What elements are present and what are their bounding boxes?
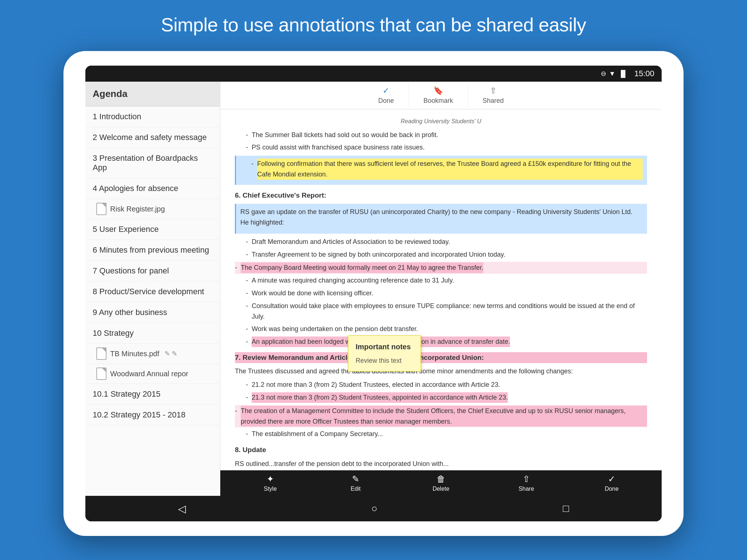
bullet-2: PS could assist with franchised space bu… xyxy=(246,142,647,153)
home-button[interactable]: ○ xyxy=(357,499,392,518)
sidebar-item-5[interactable]: 5 User Experience xyxy=(85,219,220,240)
done-button-bottom[interactable]: ✓ Done xyxy=(569,474,654,492)
style-icon: ✦ xyxy=(267,474,274,484)
s6-bullet-6: Consultation would take place with emplo… xyxy=(246,301,647,322)
highlighted-text-yellow: Following confirmation that there was su… xyxy=(257,159,643,180)
s6-bullet-3: The Company Board Meeting would formally… xyxy=(235,262,647,274)
do-not-disturb-icon: ⊖ xyxy=(601,70,606,78)
status-bar: ⊖ ▼ ▐▌ 15:00 xyxy=(85,66,662,82)
done-button[interactable]: ✓ Done xyxy=(364,83,409,108)
tooltip-title: Important notes xyxy=(356,341,413,353)
section7-title: 7. Review Memorandum and Articles of Ass… xyxy=(235,352,647,363)
nav-bar: ◁ ○ □ xyxy=(85,496,662,521)
edit-icon: ✎ xyxy=(352,474,359,484)
shared-button[interactable]: ⇧ Shared xyxy=(468,83,518,108)
s7-bullet-4: The establishment of a Company Secretary… xyxy=(246,429,647,439)
section8-text: RS outlined...transfer of the pension de… xyxy=(235,459,647,469)
edit-icons: ✎ ✎ xyxy=(165,350,177,358)
s6-bullet-4: A minute was required changing accountin… xyxy=(246,275,647,286)
sidebar-subitem-tb-minutes[interactable]: TB Minutes.pdf ✎ ✎ xyxy=(85,344,220,364)
sidebar-item-10-1[interactable]: 10.1 Strategy 2015 xyxy=(85,384,220,405)
s6-bullet-1: Draft Memorandum and Articles of Associa… xyxy=(246,237,647,247)
annotation-toolbar-bottom: ✦ Style ✎ Edit 🗑 Delete ⇧ Share xyxy=(220,470,662,496)
section7-intro: The Trustees discussed and agreed the ta… xyxy=(235,366,647,377)
sidebar-item-10[interactable]: 10 Strategy xyxy=(85,323,220,344)
sidebar-header: Agenda xyxy=(85,82,220,106)
share-icon-bottom: ⇧ xyxy=(523,474,530,484)
sidebar[interactable]: Agenda 1 Introduction 2 Welcome and safe… xyxy=(85,82,220,496)
s6-bullet-5: Work would be done with licensing office… xyxy=(246,288,647,299)
edit-label: Edit xyxy=(351,486,361,492)
s6-bullet-8: An application had been lodged with the … xyxy=(246,337,647,347)
back-button[interactable]: ◁ xyxy=(163,499,201,518)
status-icons: ⊖ ▼ ▐▌ xyxy=(601,70,628,78)
recents-button[interactable]: □ xyxy=(548,499,584,518)
sidebar-item-2[interactable]: 2 Welcome and safety message xyxy=(85,127,220,148)
sidebar-item-4[interactable]: 4 Apologies for absence xyxy=(85,178,220,199)
shared-label: Shared xyxy=(483,97,504,105)
bullet-1: The Summer Ball tickets had sold out so … xyxy=(246,130,647,140)
highlighted-block-blue: Following confirmation that there was su… xyxy=(235,156,647,185)
pink-highlight-1: The Company Board Meeting would formally… xyxy=(241,262,483,273)
doc-header: Reading University Students' U xyxy=(235,117,647,126)
delete-label: Delete xyxy=(433,486,449,492)
tooltip-text: Review this text xyxy=(356,355,413,366)
bookmark-button[interactable]: 🔖 Bookmark xyxy=(409,83,468,108)
checkmark-icon: ✓ xyxy=(383,86,389,96)
sidebar-item-3[interactable]: 3 Presentation of Boardpacks App xyxy=(85,148,220,178)
sidebar-item-8[interactable]: 8 Product/Service development xyxy=(85,281,220,302)
done-label: Done xyxy=(378,97,394,105)
section6-title: 6. Chief Executive's Report: xyxy=(235,190,647,201)
share-label: Share xyxy=(519,486,534,492)
bookmark-label: Bookmark xyxy=(423,97,453,105)
page-title: Simple to use annotations that can be sh… xyxy=(0,0,747,47)
battery-icon: ▐▌ xyxy=(618,70,628,78)
style-button[interactable]: ✦ Style xyxy=(228,474,313,492)
sidebar-item-10-2[interactable]: 10.2 Strategy 2015 - 2018 xyxy=(85,405,220,425)
s6-bullet-7: Work was being undertaken on the pension… xyxy=(246,324,647,334)
pink-highlight-3: 21.3 not more than 3 (from 2) Student Tr… xyxy=(252,392,508,403)
s7-bullet-2: 21.3 not more than 3 (from 2) Student Tr… xyxy=(246,392,647,403)
tablet-screen: ⊖ ▼ ▐▌ 15:00 Agenda 1 Introduction 2 Wel… xyxy=(85,66,662,521)
style-label: Style xyxy=(264,486,277,492)
delete-button[interactable]: 🗑 Delete xyxy=(398,474,484,492)
section6-highlighted: RS gave an update on the transfer of RUS… xyxy=(235,204,647,234)
wifi-icon: ▼ xyxy=(609,70,616,78)
sidebar-item-7[interactable]: 7 Questions for panel xyxy=(85,261,220,281)
bookmark-icon: 🔖 xyxy=(433,86,443,96)
document-content[interactable]: Reading University Students' U The Summe… xyxy=(220,109,662,470)
edit-button[interactable]: ✎ Edit xyxy=(313,474,398,492)
pink-highlight-4: The creation of a Management Committee t… xyxy=(241,406,647,427)
blue-bullet: Following confirmation that there was su… xyxy=(251,159,643,180)
s7-bullet-1: 21.2 not more than 3 (from 2) Student Tr… xyxy=(246,380,647,390)
file-icon-pdf xyxy=(96,347,107,360)
file-icon xyxy=(96,203,107,215)
tablet-frame: ⊖ ▼ ▐▌ 15:00 Agenda 1 Introduction 2 Wel… xyxy=(63,51,684,536)
checkmark-icon-bottom: ✓ xyxy=(608,474,615,484)
share-button[interactable]: ⇧ Share xyxy=(484,474,569,492)
sidebar-subitem-woodward[interactable]: Woodward Annual repor xyxy=(85,364,220,384)
sidebar-item-6[interactable]: 6 Minutes from previous meeting xyxy=(85,240,220,261)
done-label-bottom: Done xyxy=(605,486,619,492)
share-icon: ⇧ xyxy=(490,86,496,96)
section6-text: RS gave an update on the transfer of RUS… xyxy=(240,207,643,228)
sidebar-item-9[interactable]: 9 Any other business xyxy=(85,302,220,323)
trash-icon: 🗑 xyxy=(437,474,445,484)
sidebar-item-1[interactable]: 1 Introduction xyxy=(85,106,220,127)
annotation-tooltip[interactable]: Important notes Review this text xyxy=(348,335,421,372)
main-content: Agenda 1 Introduction 2 Welcome and safe… xyxy=(85,82,662,496)
sidebar-subitem-risk-register[interactable]: Risk Register.jpg xyxy=(85,199,220,219)
s7-bullet-3: The creation of a Management Committee t… xyxy=(235,405,647,428)
s6-bullet-2: Transfer Agreement to be signed by both … xyxy=(246,249,647,260)
annotation-toolbar-top: ✓ Done 🔖 Bookmark ⇧ Shared xyxy=(220,82,662,109)
section8-title: 8. Update xyxy=(235,444,647,455)
status-time: 15:00 xyxy=(634,69,654,78)
document-area: ✓ Done 🔖 Bookmark ⇧ Shared Reading Unive… xyxy=(220,82,662,496)
file-icon-pdf2 xyxy=(96,368,107,380)
